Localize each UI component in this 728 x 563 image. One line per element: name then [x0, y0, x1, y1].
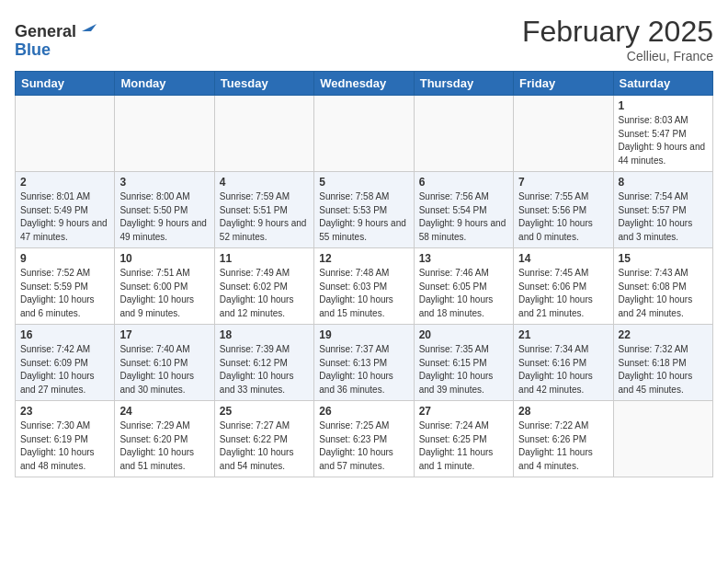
calendar-day-cell [214, 96, 313, 172]
day-number: 20 [419, 328, 508, 341]
day-number: 19 [319, 328, 408, 341]
calendar-day-cell: 21Sunrise: 7:34 AM Sunset: 6:16 PM Dayli… [514, 325, 613, 401]
day-info: Sunrise: 7:25 AM Sunset: 6:23 PM Dayligh… [319, 419, 408, 473]
day-info: Sunrise: 7:24 AM Sunset: 6:25 PM Dayligh… [419, 419, 508, 473]
day-number: 21 [518, 328, 608, 341]
day-info: Sunrise: 7:55 AM Sunset: 5:56 PM Dayligh… [518, 190, 608, 244]
calendar-week-row: 16Sunrise: 7:42 AM Sunset: 6:09 PM Dayli… [16, 325, 713, 401]
day-info: Sunrise: 7:54 AM Sunset: 5:57 PM Dayligh… [619, 190, 708, 244]
logo-general: General [15, 22, 76, 40]
day-info: Sunrise: 7:51 AM Sunset: 6:00 PM Dayligh… [119, 267, 209, 320]
day-info: Sunrise: 7:48 AM Sunset: 6:03 PM Dayligh… [319, 267, 408, 320]
day-number: 27 [419, 405, 508, 418]
calendar-day-cell [16, 96, 115, 172]
day-number: 17 [119, 328, 209, 341]
day-number: 4 [220, 176, 309, 189]
month-title: February 2025 [522, 15, 713, 49]
day-number: 1 [619, 99, 708, 112]
day-info: Sunrise: 8:03 AM Sunset: 5:47 PM Dayligh… [619, 114, 708, 167]
calendar-day-cell: 8Sunrise: 7:54 AM Sunset: 5:57 PM Daylig… [613, 172, 712, 248]
day-number: 28 [518, 405, 608, 418]
weekday-header: Friday [514, 72, 613, 96]
day-number: 23 [20, 405, 109, 418]
day-number: 25 [220, 405, 309, 418]
calendar-day-cell: 17Sunrise: 7:40 AM Sunset: 6:10 PM Dayli… [115, 325, 214, 401]
calendar-day-cell: 1Sunrise: 8:03 AM Sunset: 5:47 PM Daylig… [613, 96, 712, 172]
calendar-day-cell: 22Sunrise: 7:32 AM Sunset: 6:18 PM Dayli… [613, 325, 712, 401]
calendar-day-cell [613, 401, 712, 477]
calendar-day-cell: 9Sunrise: 7:52 AM Sunset: 5:59 PM Daylig… [16, 248, 115, 325]
title-block: February 2025 Cellieu, France [522, 15, 713, 63]
day-number: 3 [119, 176, 209, 189]
calendar-day-cell: 16Sunrise: 7:42 AM Sunset: 6:09 PM Dayli… [16, 325, 115, 401]
day-number: 11 [220, 252, 309, 265]
day-number: 6 [419, 176, 508, 189]
calendar-day-cell: 24Sunrise: 7:29 AM Sunset: 6:20 PM Dayli… [115, 401, 214, 477]
calendar-table: SundayMondayTuesdayWednesdayThursdayFrid… [15, 71, 713, 477]
calendar-day-cell [514, 96, 613, 172]
page-header: General Blue February 2025 Cellieu, Fran… [15, 15, 713, 63]
day-info: Sunrise: 7:37 AM Sunset: 6:13 PM Dayligh… [319, 343, 408, 396]
weekday-header-row: SundayMondayTuesdayWednesdayThursdayFrid… [16, 72, 713, 96]
day-number: 24 [119, 405, 209, 418]
day-number: 7 [518, 176, 608, 189]
calendar-day-cell: 14Sunrise: 7:45 AM Sunset: 6:06 PM Dayli… [514, 248, 613, 325]
weekday-header: Tuesday [214, 72, 313, 96]
calendar-week-row: 23Sunrise: 7:30 AM Sunset: 6:19 PM Dayli… [16, 401, 713, 477]
calendar-week-row: 2Sunrise: 8:01 AM Sunset: 5:49 PM Daylig… [16, 172, 713, 248]
day-number: 8 [619, 176, 708, 189]
day-info: Sunrise: 7:59 AM Sunset: 5:51 PM Dayligh… [220, 190, 309, 244]
calendar-week-row: 9Sunrise: 7:52 AM Sunset: 5:59 PM Daylig… [16, 248, 713, 325]
calendar-day-cell: 4Sunrise: 7:59 AM Sunset: 5:51 PM Daylig… [214, 172, 313, 248]
calendar-day-cell: 10Sunrise: 7:51 AM Sunset: 6:00 PM Dayli… [115, 248, 214, 325]
day-number: 26 [319, 405, 408, 418]
day-number: 12 [319, 252, 408, 265]
day-info: Sunrise: 7:27 AM Sunset: 6:22 PM Dayligh… [220, 419, 309, 473]
calendar-day-cell: 23Sunrise: 7:30 AM Sunset: 6:19 PM Dayli… [16, 401, 115, 477]
day-info: Sunrise: 7:49 AM Sunset: 6:02 PM Dayligh… [220, 267, 309, 320]
day-info: Sunrise: 7:40 AM Sunset: 6:10 PM Dayligh… [119, 343, 209, 396]
day-info: Sunrise: 7:42 AM Sunset: 6:09 PM Dayligh… [20, 343, 109, 396]
day-info: Sunrise: 7:43 AM Sunset: 6:08 PM Dayligh… [619, 267, 708, 320]
day-number: 16 [20, 328, 109, 341]
logo-icon [78, 15, 100, 37]
svg-marker-0 [82, 24, 97, 31]
location: Cellieu, France [522, 49, 713, 63]
day-info: Sunrise: 7:56 AM Sunset: 5:54 PM Dayligh… [419, 190, 508, 244]
calendar-day-cell: 6Sunrise: 7:56 AM Sunset: 5:54 PM Daylig… [414, 172, 513, 248]
day-info: Sunrise: 7:39 AM Sunset: 6:12 PM Dayligh… [220, 343, 309, 396]
day-number: 14 [518, 252, 608, 265]
calendar-day-cell: 2Sunrise: 8:01 AM Sunset: 5:49 PM Daylig… [16, 172, 115, 248]
day-info: Sunrise: 8:00 AM Sunset: 5:50 PM Dayligh… [119, 190, 209, 244]
day-number: 9 [20, 252, 109, 265]
calendar-day-cell: 26Sunrise: 7:25 AM Sunset: 6:23 PM Dayli… [314, 401, 414, 477]
day-info: Sunrise: 7:35 AM Sunset: 6:15 PM Dayligh… [419, 343, 508, 396]
weekday-header: Monday [115, 72, 214, 96]
logo: General Blue [15, 15, 100, 60]
weekday-header: Sunday [16, 72, 115, 96]
day-info: Sunrise: 7:34 AM Sunset: 6:16 PM Dayligh… [518, 343, 608, 396]
calendar-week-row: 1Sunrise: 8:03 AM Sunset: 5:47 PM Daylig… [16, 96, 713, 172]
calendar-day-cell: 25Sunrise: 7:27 AM Sunset: 6:22 PM Dayli… [214, 401, 313, 477]
day-number: 18 [220, 328, 309, 341]
calendar-day-cell: 19Sunrise: 7:37 AM Sunset: 6:13 PM Dayli… [314, 325, 414, 401]
day-info: Sunrise: 7:32 AM Sunset: 6:18 PM Dayligh… [619, 343, 708, 396]
calendar-day-cell: 7Sunrise: 7:55 AM Sunset: 5:56 PM Daylig… [514, 172, 613, 248]
day-info: Sunrise: 7:30 AM Sunset: 6:19 PM Dayligh… [20, 419, 109, 473]
day-info: Sunrise: 7:45 AM Sunset: 6:06 PM Dayligh… [518, 267, 608, 320]
calendar-day-cell: 15Sunrise: 7:43 AM Sunset: 6:08 PM Dayli… [613, 248, 712, 325]
calendar-day-cell: 12Sunrise: 7:48 AM Sunset: 6:03 PM Dayli… [314, 248, 414, 325]
day-number: 15 [619, 252, 708, 265]
day-number: 10 [119, 252, 209, 265]
calendar-day-cell: 28Sunrise: 7:22 AM Sunset: 6:26 PM Dayli… [514, 401, 613, 477]
day-number: 2 [20, 176, 109, 189]
day-info: Sunrise: 7:22 AM Sunset: 6:26 PM Dayligh… [518, 419, 608, 473]
weekday-header: Thursday [414, 72, 513, 96]
calendar-day-cell [414, 96, 513, 172]
day-number: 22 [619, 328, 708, 341]
calendar-day-cell: 18Sunrise: 7:39 AM Sunset: 6:12 PM Dayli… [214, 325, 313, 401]
calendar-day-cell [314, 96, 414, 172]
day-info: Sunrise: 7:29 AM Sunset: 6:20 PM Dayligh… [119, 419, 209, 473]
calendar-day-cell: 5Sunrise: 7:58 AM Sunset: 5:53 PM Daylig… [314, 172, 414, 248]
calendar-day-cell: 27Sunrise: 7:24 AM Sunset: 6:25 PM Dayli… [414, 401, 513, 477]
